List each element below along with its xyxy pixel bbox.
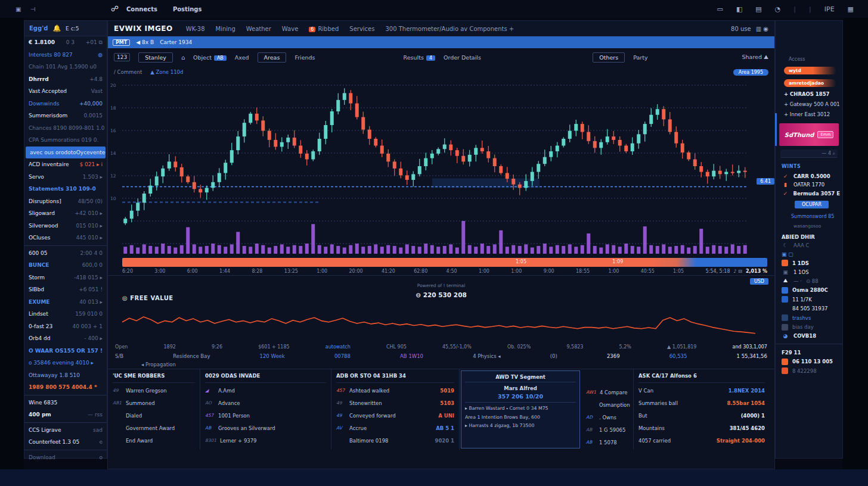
party-button[interactable]: Party: [633, 54, 647, 61]
asset-item[interactable]: Osma 2880C: [776, 284, 842, 294]
instrument-menu-item[interactable]: Services: [349, 26, 374, 32]
others-button[interactable]: Others: [593, 52, 625, 63]
watchlist-row[interactable]: OCluses445 010 ▸: [24, 232, 107, 244]
highlight-panel[interactable]: AWD TV Segment Mars Alfred 357 206 10/20…: [461, 370, 580, 448]
wints-item[interactable]: ▮OATAR 1770: [776, 179, 842, 188]
watchlist-row[interactable]: Counterfeet 1.3 05e: [24, 436, 107, 448]
table-row[interactable]: Government Award: [113, 422, 195, 434]
table-row[interactable]: Summaries ball8.55bar 1054: [638, 397, 765, 409]
asset-item[interactable]: ▣1 1OS: [776, 266, 842, 275]
instrument-menu-item[interactable]: 6Ribbed: [309, 26, 339, 32]
watchlist-row[interactable]: Downloado: [24, 451, 107, 464]
watchlist-row[interactable]: Summerisdom0.0015: [24, 110, 107, 122]
watchlist-row[interactable]: Silverwood015 010 ▸: [24, 220, 107, 232]
footer-asset-item[interactable]: 8 422298: [776, 365, 842, 375]
time-axis-icons[interactable]: ♪ ⊟: [734, 269, 742, 274]
watchlist-row[interactable]: Storm-418 015 ▸: [24, 272, 107, 284]
header-icon[interactable]: ◉: [763, 26, 768, 32]
stanley-button[interactable]: Stanley: [138, 52, 173, 63]
asset-item[interactable]: ▣ ▢: [776, 248, 842, 257]
area-pill[interactable]: Area 1995: [733, 69, 768, 76]
watchlist-row[interactable]: 600 052:00 4 0: [24, 247, 107, 260]
table-row[interactable]: AW14 Compare: [586, 386, 628, 398]
order-details-button[interactable]: Order Details: [444, 54, 481, 61]
asset-item[interactable]: ☾AAA C: [776, 240, 842, 249]
top-menu-item[interactable]: Connects: [126, 6, 157, 13]
watchlist-row[interactable]: Sligoward+42 010 ▸: [24, 207, 107, 220]
watchlist-row[interactable]: Statements 310 109-0: [24, 183, 107, 195]
table-row[interactable]: Osmanption: [586, 398, 628, 411]
table-row[interactable]: But(4000) 1: [638, 409, 765, 422]
table-row[interactable]: 49Warren Gregson: [113, 384, 195, 397]
table-row[interactable]: ABGrooves an Silverward: [205, 422, 326, 434]
asset-item[interactable]: 11 1/7K: [776, 294, 842, 303]
table-row[interactable]: 49Conveyed forwardA UNI: [336, 409, 454, 422]
shared-button[interactable]: Shared ⛰: [742, 54, 768, 61]
watchlist-row[interactable]: 400 pm— rss: [24, 409, 107, 421]
table-row[interactable]: Mountains381/45 4620: [638, 422, 765, 434]
top-menu-item[interactable]: Postings: [173, 6, 202, 13]
range-scrubber[interactable]: 1:051:09: [122, 258, 767, 267]
asset-item[interactable]: 84 505 31937: [776, 303, 842, 312]
watchlist-row[interactable]: BUNCE600,0 0: [24, 259, 107, 272]
tray-icon[interactable]: ◔: [775, 5, 781, 13]
watchlist-row[interactable]: CPA Summorations 019 0.: [24, 134, 107, 147]
instrument-menu-item[interactable]: WK-38: [186, 26, 205, 32]
mini-search-input[interactable]: — 4 ⌕: [780, 149, 838, 158]
tray-icon[interactable]: ▭: [717, 5, 723, 13]
tray-icon[interactable]: IPE: [824, 5, 835, 13]
watchlist-row[interactable]: Orb4 dd- 400 ▸: [24, 332, 107, 345]
watchlist-row[interactable]: 0-fast 2340 003 + 1: [24, 320, 107, 333]
table-row[interactable]: 49Stonewritten5103: [336, 397, 454, 409]
tray-icon[interactable]: |: [793, 5, 796, 13]
table-row[interactable]: AD. Owns: [586, 411, 628, 423]
promo-banner[interactable]: SdThundEmm: [779, 123, 839, 146]
friends-button[interactable]: Friends: [294, 54, 315, 61]
watchlist-row[interactable]: 1989 800 575 4004.4 *: [24, 381, 107, 394]
news-bullet[interactable]: + Inner East 3012: [776, 107, 842, 117]
instrument-menu-item[interactable]: Mining: [216, 26, 235, 32]
asset-item[interactable]: ◕COVB18: [776, 331, 842, 339]
instrument-menu-item[interactable]: Weather: [246, 26, 271, 32]
watchlist-title[interactable]: Egg'd: [29, 25, 48, 32]
watchlist-row[interactable]: avec ous orodotoOycevented: [26, 147, 106, 159]
hot-tag-pill[interactable]: wytd: [784, 67, 836, 74]
wints-item[interactable]: ✓Bermuda 3057 E: [776, 188, 842, 197]
bell-icon[interactable]: 🔔: [52, 24, 61, 32]
watchlist-row[interactable]: € 1.81000 3+01 ⧉: [24, 36, 107, 49]
watchlist-row[interactable]: Servo1.503 ▸: [24, 171, 107, 183]
propagation-link[interactable]: ◂ Propagation: [108, 359, 774, 369]
instrument-menu-item[interactable]: 300 Thermometer/Audio av Components +: [385, 26, 514, 32]
home-icon[interactable]: ⌂: [181, 54, 185, 61]
table-row[interactable]: AVAccrueAB 5 1: [336, 422, 454, 434]
watchlist-row[interactable]: CCS Ligravesad: [24, 424, 107, 437]
news-bullet[interactable]: + CHRAOS 1857: [776, 87, 842, 97]
table-row[interactable]: Baltimore 01989020 1: [336, 434, 454, 447]
table-row[interactable]: 8301Lerner + 9379: [205, 434, 326, 447]
table-row[interactable]: AOAdvance: [205, 397, 326, 409]
areas-button[interactable]: Areas: [258, 52, 287, 63]
watchlist-row[interactable]: Interests 80 827◍: [24, 49, 107, 61]
table-row[interactable]: AB1Summoned: [113, 397, 195, 409]
watchlist-row[interactable]: SIBbd+6 051 !: [24, 284, 107, 296]
watchlist-row[interactable]: Chain 101 Avg 1.5900 u0: [24, 61, 107, 73]
instrument-menu-item[interactable]: Wave: [282, 26, 298, 32]
watchlist-row[interactable]: o 35846 evening 4010 ▸: [24, 357, 107, 369]
tray-icon[interactable]: |: [809, 5, 811, 13]
asset-item[interactable]: 1 1DS: [776, 257, 842, 267]
window-icons[interactable]: ▣ ⊣: [0, 6, 54, 13]
table-row[interactable]: Dialed: [113, 409, 195, 422]
scroll-indicator[interactable]: [775, 113, 777, 146]
watchlist-row[interactable]: Downwinds+40,000: [24, 98, 107, 110]
tray-icon[interactable]: ▦: [848, 5, 854, 13]
watchlist-row[interactable]: Disruptions]48/50 (0): [24, 195, 107, 208]
asset-item[interactable]: ⛰— · ⊙ 88: [776, 275, 842, 285]
watchlist-row[interactable]: Ottawayay 1.8 510: [24, 369, 107, 382]
results-button[interactable]: Results4: [404, 54, 435, 61]
news-bullet[interactable]: + Gateway 500 A 001: [776, 97, 842, 107]
header-icon[interactable]: ▥: [756, 26, 764, 32]
hot-tag-pill[interactable]: amretodjadao: [784, 79, 836, 87]
watchlist-row[interactable]: EXUME40 013 ▸: [24, 296, 107, 309]
watchlist-row[interactable]: Chances 8190 8099-801 1.0: [24, 122, 107, 135]
legend-comment[interactable]: / Comment: [114, 69, 142, 75]
